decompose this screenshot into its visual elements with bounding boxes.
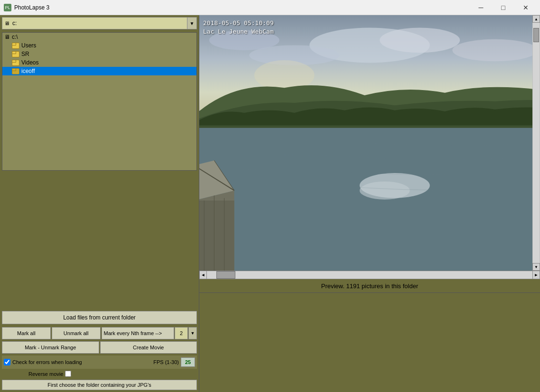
tree-item-c[interactable]: 🖥 c:\ (2, 33, 196, 41)
tree-item-label: c:\ (12, 34, 18, 40)
folder-icon (12, 60, 19, 66)
folder-icon (12, 51, 19, 57)
preview-area: 2018-05-05 05:10:09 Lac Le Jeune WebCam … (199, 15, 540, 271)
file-tree[interactable]: 🖥 c:\ Users SR Videos iceoff (2, 32, 197, 171)
svg-point-2 (380, 27, 460, 53)
scroll-left-button[interactable]: ◄ (199, 271, 207, 279)
mark-controls-row1: Mark all Unmark all Mark every Nth frame… (2, 327, 197, 339)
status-text: First choose the folder containing your … (47, 382, 151, 388)
svg-point-9 (360, 182, 410, 200)
main-content: 🖥 c: ▼ 🖥 c:\ Users SR Videos (0, 15, 540, 392)
reverse-movie-checkbox[interactable] (65, 371, 71, 377)
tree-item-videos[interactable]: Videos (2, 58, 196, 67)
check-errors-text: Check for errors when loading (12, 359, 82, 365)
window-controls: ─ □ ✕ (470, 1, 536, 14)
mark-controls-row2: Mark - Unmark Range Create Movie (2, 341, 197, 354)
maximize-button[interactable]: □ (493, 1, 514, 14)
check-errors-label[interactable]: Check for errors when loading (4, 359, 82, 365)
app-icon: PL (4, 4, 11, 11)
left-panel: 🖥 c: ▼ 🖥 c:\ Users SR Videos (0, 15, 199, 392)
scroll-thumb-horizontal[interactable] (216, 271, 235, 279)
preview-status-text: Preview. 1191 pictures in this folder (321, 283, 419, 290)
nth-frame-control: Mark every Nth frame --> ▼ (102, 327, 197, 339)
drive-value: c: (11, 20, 187, 27)
options-row: Check for errors when loading FPS (1-30) (2, 356, 197, 369)
title-bar: PL PhotoLapse 3 ─ □ ✕ (0, 0, 540, 15)
folder-icon (12, 43, 19, 49)
scroll-thumb[interactable] (533, 28, 539, 42)
folder-icon-selected (12, 68, 19, 74)
status-bar: First choose the folder containing your … (2, 380, 197, 390)
vertical-scrollbar[interactable]: ▲ ▼ (532, 15, 540, 271)
nth-frame-dropdown[interactable]: ▼ (188, 327, 197, 339)
photo-timestamp: 2018-05-05 05:10:09 (203, 19, 274, 27)
tree-item-iceoff[interactable]: iceoff (2, 67, 196, 75)
minimize-button[interactable]: ─ (470, 1, 492, 14)
scroll-up-button[interactable]: ▲ (532, 15, 540, 23)
mark-all-button[interactable]: Mark all (2, 327, 51, 339)
svg-point-5 (452, 39, 538, 62)
fps-control: FPS (1-30) (153, 357, 195, 367)
app-title: PhotoLapse 3 (14, 4, 49, 11)
tree-spacer (0, 172, 199, 309)
title-bar-left: PL PhotoLapse 3 (4, 4, 49, 11)
fps-input[interactable] (181, 357, 195, 367)
filmstrip-area (199, 292, 540, 392)
right-panel: 2018-05-05 05:10:09 Lac Le Jeune WebCam … (199, 15, 540, 392)
tree-item-sr[interactable]: SR (2, 50, 196, 58)
preview-image (199, 15, 540, 271)
create-movie-button[interactable]: Create Movie (100, 341, 197, 354)
reverse-movie-row: Reverse movie (28, 371, 197, 377)
tree-item-label: Users (21, 42, 36, 49)
tree-item-label: SR (21, 51, 29, 57)
tree-item-users[interactable]: Users (2, 41, 196, 50)
drive-icon: 🖥 (4, 34, 10, 40)
scroll-down-button[interactable]: ▼ (532, 263, 540, 271)
nth-frame-label: Mark every Nth frame --> (102, 327, 175, 339)
drive-selector[interactable]: 🖥 c: ▼ (2, 17, 197, 29)
horizontal-scrollbar[interactable]: ◄ ► (199, 271, 540, 279)
reverse-label-text: Reverse movie (28, 371, 63, 377)
drive-dropdown-button[interactable]: ▼ (187, 18, 196, 29)
tree-item-label: iceoff (21, 68, 35, 74)
tree-item-label: Videos (21, 59, 38, 66)
load-files-button[interactable]: Load files from current folder (2, 311, 197, 324)
unmark-all-button[interactable]: Unmark all (52, 327, 101, 339)
mark-unmark-range-button[interactable]: Mark - Unmark Range (2, 341, 99, 354)
scroll-track (533, 23, 540, 263)
preview-status: Preview. 1191 pictures in this folder (199, 279, 540, 292)
photo-overlay: 2018-05-05 05:10:09 Lac Le Jeune WebCam (203, 19, 274, 36)
svg-rect-14 (199, 201, 234, 271)
fps-label-text: FPS (1-30) (153, 359, 179, 365)
scroll-right-button[interactable]: ► (532, 271, 540, 279)
scroll-track-horizontal (207, 271, 532, 279)
svg-rect-7 (199, 128, 540, 271)
nth-frame-input[interactable] (175, 327, 188, 339)
close-button[interactable]: ✕ (515, 1, 536, 14)
photo-location: Lac Le Jeune WebCam (203, 27, 274, 36)
check-errors-checkbox[interactable] (4, 359, 10, 365)
